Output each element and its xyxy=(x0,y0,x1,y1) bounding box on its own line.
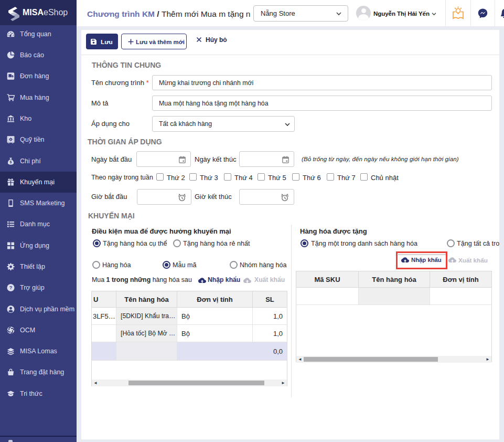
svg-text:?: ? xyxy=(9,285,13,290)
svg-text:$: $ xyxy=(10,160,12,164)
